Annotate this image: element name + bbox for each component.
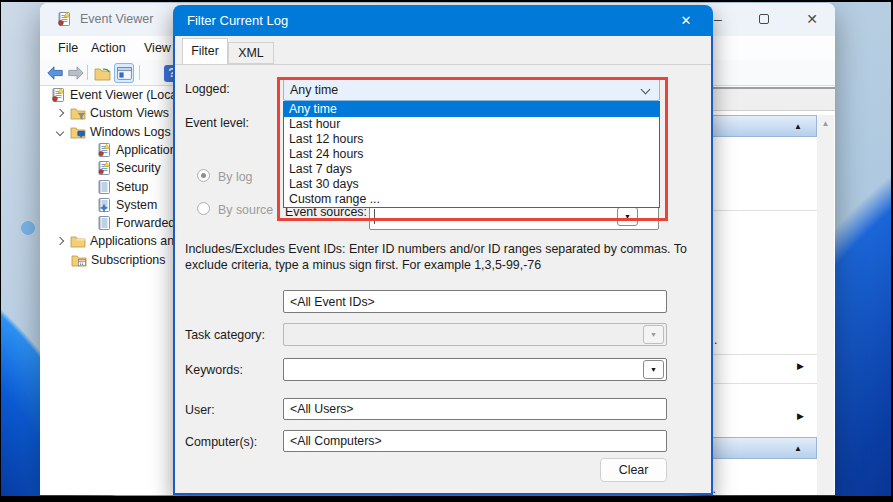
- by-source-radio[interactable]: [197, 202, 210, 215]
- custom-views-icon: [70, 105, 86, 121]
- tab-xml[interactable]: XML: [228, 42, 274, 64]
- dropdown-arrow-icon: ▼: [650, 366, 657, 373]
- menu-file[interactable]: File: [54, 40, 82, 56]
- maximize-button[interactable]: [744, 3, 784, 35]
- task-category-label: Task category:: [185, 328, 265, 342]
- tree-label: Application: [116, 143, 177, 157]
- dialog-title: Filter Current Log: [187, 13, 288, 28]
- tree-label: Security: [116, 161, 161, 175]
- back-icon: [47, 66, 63, 80]
- dialog-titlebar[interactable]: Filter Current Log ✕: [173, 5, 713, 36]
- submenu-arrow-icon[interactable]: ▶: [797, 411, 804, 421]
- event-level-label: Event level:: [185, 116, 249, 130]
- task-category-combobox: ▼: [283, 323, 667, 346]
- dropdown-arrow-icon: ▼: [650, 331, 657, 338]
- dialog-close-button[interactable]: ✕: [667, 5, 705, 35]
- close-icon: ✕: [681, 13, 692, 28]
- log-system-icon: [96, 197, 112, 213]
- forward-button[interactable]: [66, 63, 86, 83]
- by-log-label: By log: [218, 170, 252, 184]
- close-icon: ✕: [806, 11, 818, 27]
- tree-label: Setup: [116, 180, 148, 194]
- close-button[interactable]: ✕: [792, 3, 832, 35]
- logged-label: Logged:: [185, 82, 230, 96]
- tree-label: Event Viewer (Local): [70, 88, 184, 102]
- event-ids-help-text: Includes/Excludes Event IDs: Enter ID nu…: [185, 242, 695, 273]
- event-viewer-icon: [50, 87, 66, 103]
- log-warning-icon: [96, 160, 112, 176]
- help-line-2: exclude criteria, type a minus sign firs…: [185, 258, 695, 274]
- tree-label: Subscriptions: [91, 253, 165, 267]
- tab-divider: [175, 64, 711, 65]
- by-source-label: By source: [218, 203, 273, 217]
- by-log-radio[interactable]: [197, 169, 210, 182]
- scroll-up-icon: ▲: [817, 119, 834, 128]
- annotation-highlight-rectangle: [277, 77, 668, 221]
- console-properties-button[interactable]: [114, 63, 134, 83]
- actions-scrollbar[interactable]: ▲: [817, 115, 834, 495]
- windows-logs-icon: [70, 124, 86, 140]
- log-warning-icon: [96, 142, 112, 158]
- submenu-arrow-icon[interactable]: ▶: [797, 361, 804, 371]
- keywords-combobox[interactable]: ▼: [283, 358, 667, 381]
- tree-label: Windows Logs: [90, 125, 171, 139]
- event-viewer-app-icon: [56, 11, 72, 27]
- forward-icon: [68, 66, 84, 80]
- collapse-icon: ▲: [794, 444, 802, 453]
- back-button[interactable]: [45, 63, 65, 83]
- computers-input[interactable]: [283, 430, 667, 452]
- subscriptions-icon: [71, 252, 87, 268]
- folder-icon: [70, 233, 86, 249]
- show-hide-tree-button[interactable]: [92, 63, 112, 83]
- user-input[interactable]: [283, 398, 667, 420]
- chevron-right-icon[interactable]: [56, 237, 64, 245]
- tree-label: Custom Views: [90, 106, 169, 120]
- tab-filter[interactable]: Filter: [182, 38, 228, 64]
- maximize-icon: [759, 14, 769, 24]
- chevron-down-icon[interactable]: [56, 128, 64, 136]
- clear-button[interactable]: Clear: [600, 458, 667, 482]
- collapse-icon: ▲: [794, 122, 802, 131]
- console-window-icon: [117, 67, 132, 80]
- keywords-label: Keywords:: [185, 363, 243, 377]
- minimize-icon: –: [714, 11, 722, 27]
- help-line-1: Includes/Excludes Event IDs: Enter ID nu…: [185, 242, 695, 258]
- user-label: User:: [185, 403, 215, 417]
- menu-view[interactable]: View: [140, 40, 175, 56]
- computers-label: Computer(s):: [185, 435, 257, 449]
- log-icon: [96, 179, 112, 195]
- screen: Event Viewer – ✕ File Action View: [0, 0, 893, 502]
- event-ids-input[interactable]: [283, 290, 667, 313]
- folder-icon: [94, 66, 111, 81]
- chevron-right-icon[interactable]: [56, 109, 64, 117]
- menu-action[interactable]: Action: [87, 40, 130, 56]
- task-category-dropdown-button: ▼: [643, 325, 664, 344]
- window-title: Event Viewer: [80, 12, 153, 26]
- keywords-dropdown-button[interactable]: ▼: [643, 360, 664, 379]
- tree-label: System: [116, 198, 157, 212]
- log-icon: [96, 215, 112, 231]
